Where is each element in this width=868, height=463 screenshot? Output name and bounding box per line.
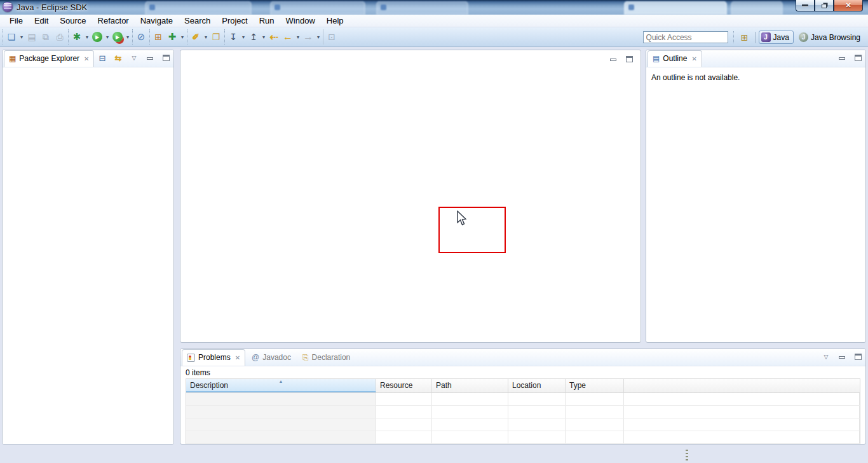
main-toolbar: ❏ ▾ ▤ ⧉ ⎙ ✱ ▾ ▶ ▾ ▶ ▾ ⊘ ⊞ ✚ ▾ ✐ ▾ ❐ ↧ [0, 27, 868, 47]
run-dropdown-icon[interactable]: ▾ [104, 34, 111, 40]
back-button[interactable]: ← [281, 30, 295, 44]
menu-source[interactable]: Source [54, 15, 92, 27]
search-dropdown-icon[interactable]: ▾ [203, 34, 209, 40]
new-java-class-dropdown-icon[interactable]: ▾ [179, 34, 186, 40]
minimize-editor-button[interactable] [608, 54, 618, 64]
column-header-resource[interactable]: Resource [376, 379, 432, 392]
maximize-view-button[interactable] [853, 53, 863, 63]
next-annotation-dropdown-icon[interactable]: ▾ [240, 34, 247, 40]
new-button[interactable]: ❏ [4, 30, 18, 44]
forward-button[interactable]: → [301, 30, 315, 44]
menu-project[interactable]: Project [216, 15, 253, 27]
toolbar-group-launch: ✱ ▾ ▶ ▾ ▶ ▾ [68, 29, 132, 45]
javadoc-tab[interactable]: @ Javadoc [247, 349, 296, 366]
maximize-view-icon [855, 55, 862, 61]
problems-close-icon[interactable]: ✕ [235, 354, 240, 361]
menu-navigate[interactable]: Navigate [135, 15, 179, 27]
declaration-tab[interactable]: ⎘ Declaration [297, 349, 355, 366]
view-menu-button[interactable]: ▽ [129, 53, 139, 63]
last-edit-location-button[interactable]: ⇠ [267, 30, 281, 44]
cell [432, 431, 508, 443]
outline-close-icon[interactable]: ✕ [691, 55, 696, 62]
perspective-java-button[interactable]: J Java [759, 31, 794, 44]
forward-dropdown-icon[interactable]: ▾ [315, 34, 322, 40]
print-button[interactable]: ⎙ [53, 30, 67, 44]
menu-edit[interactable]: Edit [29, 15, 54, 27]
favicon-icon [628, 4, 634, 10]
package-explorer-tab[interactable]: ▦ Package Explorer ✕ [4, 50, 94, 67]
minimize-button[interactable] [796, 0, 815, 11]
eclipse-logo-icon [3, 2, 13, 12]
maximize-editor-button[interactable] [624, 54, 634, 64]
background-browser-tab [145, 1, 252, 15]
link-with-editor-button[interactable]: ⇆ [113, 53, 123, 63]
previous-annotation-dropdown-icon[interactable]: ▾ [261, 34, 267, 40]
column-header-path[interactable]: Path [432, 379, 508, 392]
minimize-editor-icon [610, 59, 616, 61]
column-label: Resource [380, 381, 412, 390]
eclipse-window: Java - Eclipse SDK ✕ File Edit Source Re… [0, 0, 868, 463]
cell [186, 406, 376, 418]
maximize-view-button[interactable] [161, 53, 171, 63]
debug-dropdown-icon[interactable]: ▾ [84, 34, 90, 40]
outline-header: ▤ Outline ✕ [646, 50, 865, 67]
new-java-class-button[interactable]: ✚ [165, 30, 179, 44]
problems-panel: Problems ✕ @ Javadoc ⎘ Declaration ▽ 0 i… [180, 349, 866, 445]
menu-run[interactable]: Run [254, 15, 280, 27]
editor-area[interactable] [180, 50, 641, 343]
open-perspective-button[interactable]: ⊞ [738, 31, 752, 45]
cell [624, 431, 860, 443]
maximize-view-icon [855, 354, 862, 360]
minimize-view-button[interactable] [837, 352, 847, 362]
mouse-cursor-icon [456, 211, 468, 227]
package-explorer-body[interactable] [3, 67, 173, 445]
menu-file[interactable]: File [4, 15, 29, 27]
skip-all-breakpoints-button[interactable]: ⊘ [134, 30, 148, 44]
menu-window[interactable]: Window [280, 15, 321, 27]
previous-annotation-button[interactable]: ↥ [247, 30, 261, 44]
menu-refactor[interactable]: Refactor [92, 15, 135, 27]
back-dropdown-icon[interactable]: ▾ [295, 34, 301, 40]
background-browser-tab [731, 1, 783, 15]
column-header-description[interactable]: ▲ Description [186, 379, 376, 392]
new-java-project-button[interactable]: ⊞ [151, 30, 165, 44]
column-header-type[interactable]: Type [566, 379, 624, 392]
save-button[interactable]: ▤ [25, 30, 39, 44]
perspective-java-browsing-button[interactable]: J Java Browsing [797, 31, 864, 43]
declaration-icon: ⎘ [302, 353, 309, 362]
restore-button[interactable] [815, 0, 834, 11]
table-row [186, 431, 860, 444]
maximize-view-icon [163, 55, 170, 61]
external-tools-dropdown-icon[interactable]: ▾ [125, 34, 131, 40]
new-dropdown-icon[interactable]: ▾ [18, 34, 25, 40]
sort-ascending-icon: ▲ [279, 379, 283, 384]
close-button[interactable]: ✕ [834, 0, 863, 11]
debug-button[interactable]: ✱ [70, 30, 84, 44]
menu-help[interactable]: Help [321, 15, 349, 27]
search-button[interactable]: ✐ [189, 30, 203, 44]
minimize-view-button[interactable] [145, 53, 155, 63]
column-label: Type [569, 381, 586, 390]
minimize-view-button[interactable] [837, 53, 847, 63]
cell [566, 431, 624, 443]
problems-tab[interactable]: Problems ✕ [182, 349, 245, 366]
run-external-tools-button[interactable]: ▶ [111, 30, 125, 44]
column-header-location[interactable]: Location [508, 379, 566, 392]
trim-drag-handle[interactable] [686, 450, 688, 460]
view-menu-button[interactable]: ▽ [821, 352, 831, 362]
menu-search[interactable]: Search [179, 15, 216, 27]
quick-access-input[interactable] [643, 31, 728, 43]
problems-table: ▲ Description Resource Path Location Typ… [186, 378, 860, 444]
favicon-icon [381, 4, 386, 10]
save-all-button[interactable]: ⧉ [39, 30, 53, 44]
cell [624, 418, 860, 431]
maximize-view-button[interactable] [853, 352, 863, 362]
next-annotation-button[interactable]: ↧ [226, 30, 240, 44]
collapse-all-button[interactable]: ⊟ [97, 53, 107, 63]
pin-editor-button[interactable]: ⊡ [325, 30, 339, 44]
cell [186, 393, 376, 405]
run-button[interactable]: ▶ [90, 30, 104, 44]
open-type-button[interactable]: ❐ [209, 30, 223, 44]
package-explorer-close-icon[interactable]: ✕ [84, 55, 89, 62]
outline-tab[interactable]: ▤ Outline ✕ [648, 50, 702, 67]
